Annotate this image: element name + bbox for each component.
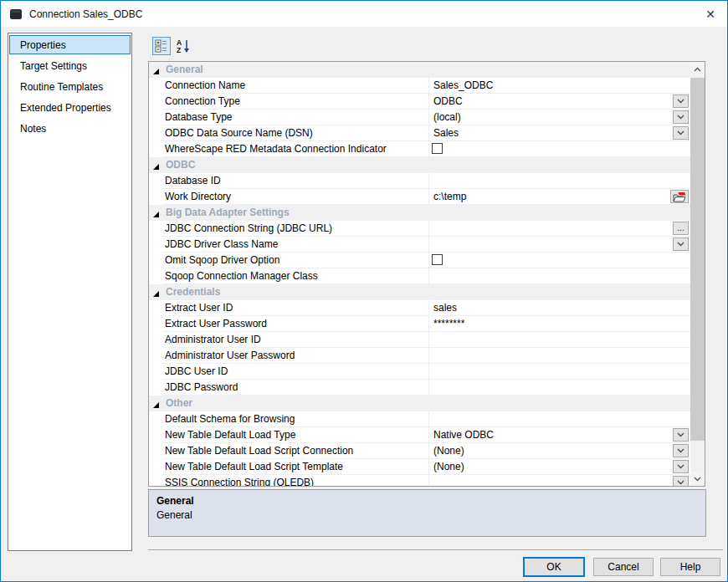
property-row-database-type[interactable]: Database Type(local) bbox=[149, 110, 690, 125]
property-label: Database Type bbox=[165, 110, 233, 125]
property-row-new-table-default-load-script-connection[interactable]: New Table Default Load Script Connection… bbox=[149, 443, 690, 459]
property-value[interactable]: Sales bbox=[433, 125, 459, 141]
alphabetical-sort-button[interactable]: A Z bbox=[174, 37, 192, 55]
help-button[interactable]: Help bbox=[660, 558, 720, 576]
categorized-icon bbox=[155, 39, 168, 53]
sidebar-item-routine-templates[interactable]: Routine Templates bbox=[9, 77, 131, 96]
omit-sqoop-driver-option-checkbox[interactable] bbox=[432, 254, 443, 265]
sidebar-item-properties[interactable]: Properties bbox=[9, 35, 131, 54]
property-grid: GeneralConnection NameSales_ODBCConnecti… bbox=[148, 61, 705, 487]
property-value[interactable]: ******** bbox=[433, 316, 464, 332]
property-row-connection-type[interactable]: Connection TypeODBC bbox=[149, 94, 690, 110]
section-header-general[interactable]: General bbox=[149, 62, 690, 78]
property-value[interactable]: c:\temp bbox=[433, 189, 466, 205]
property-value[interactable]: (local) bbox=[433, 110, 461, 125]
separator-line bbox=[148, 549, 723, 550]
property-label: New Table Default Load Type bbox=[165, 427, 295, 443]
section-expanded-triangle-icon bbox=[152, 401, 160, 409]
property-row-odbc-data-source-name-dsn[interactable]: ODBC Data Source Name (DSN)Sales bbox=[149, 125, 690, 141]
property-row-jdbc-password[interactable]: JDBC Password bbox=[149, 380, 690, 396]
property-value[interactable]: ODBC bbox=[433, 94, 463, 110]
work-directory-browse-button[interactable] bbox=[670, 190, 689, 203]
property-row-omit-sqoop-driver-option[interactable]: Omit Sqoop Driver Option bbox=[149, 253, 690, 268]
alphabetical-sort-icon: A Z bbox=[176, 38, 191, 54]
new-table-default-load-type-dropdown-button[interactable] bbox=[673, 428, 689, 442]
connection-type-dropdown-button[interactable] bbox=[673, 94, 689, 108]
property-row-wherescape-red-metadata-connection-indicator[interactable]: WhereScape RED Metadata Connection Indic… bbox=[149, 141, 690, 157]
property-label: Database ID bbox=[165, 173, 221, 189]
new-table-default-load-script-connection-dropdown-button[interactable] bbox=[673, 444, 689, 457]
chevron-up-icon bbox=[694, 67, 701, 72]
chevron-down-icon bbox=[694, 477, 701, 482]
property-row-connection-name[interactable]: Connection NameSales_ODBC bbox=[149, 78, 690, 94]
property-row-new-table-default-load-script-template[interactable]: New Table Default Load Script Template(N… bbox=[149, 459, 690, 475]
property-row-extract-user-id[interactable]: Extract User IDsales bbox=[149, 300, 690, 316]
property-row-jdbc-driver-class-name[interactable]: JDBC Driver Class Name bbox=[149, 237, 690, 253]
jdbc-driver-class-name-dropdown-button[interactable] bbox=[673, 237, 689, 251]
property-row-ssis-connection-string-oledb[interactable]: SSIS Connection String (OLEDB) bbox=[149, 475, 690, 486]
wherescape-red-metadata-connection-indicator-checkbox[interactable] bbox=[432, 143, 443, 154]
section-header-other[interactable]: Other bbox=[149, 396, 690, 411]
section-title: Other bbox=[166, 396, 192, 411]
section-header-odbc[interactable]: ODBC bbox=[149, 157, 690, 173]
property-label: SSIS Connection String (OLEDB) bbox=[165, 475, 314, 486]
open-folder-icon bbox=[673, 191, 686, 202]
collapse-toggle[interactable] bbox=[152, 209, 160, 221]
property-row-work-directory[interactable]: Work Directoryc:\temp bbox=[149, 189, 690, 205]
new-table-default-load-script-template-dropdown-button[interactable] bbox=[673, 460, 689, 473]
property-row-jdbc-connection-string-jdbc-url[interactable]: JDBC Connection String (JDBC URL)... bbox=[149, 221, 690, 237]
scroll-up-button[interactable] bbox=[690, 62, 705, 76]
column-divider bbox=[428, 411, 429, 427]
vertical-scrollbar[interactable] bbox=[690, 62, 705, 486]
sidebar-item-extended-properties[interactable]: Extended Properties bbox=[9, 98, 131, 117]
property-label: Work Directory bbox=[165, 189, 231, 205]
collapse-toggle[interactable] bbox=[152, 161, 160, 173]
property-value[interactable]: sales bbox=[433, 300, 457, 316]
close-button[interactable]: ✕ bbox=[694, 1, 727, 27]
ssis-connection-string-oledb-dropdown-button[interactable] bbox=[673, 476, 689, 486]
property-row-administrator-user-id[interactable]: Administrator User ID bbox=[149, 332, 690, 348]
property-row-new-table-default-load-type[interactable]: New Table Default Load TypeNative ODBC bbox=[149, 427, 690, 443]
section-header-credentials[interactable]: Credentials bbox=[149, 284, 690, 300]
ok-button[interactable]: OK bbox=[523, 557, 585, 577]
categorized-view-button[interactable] bbox=[152, 37, 171, 55]
property-label: JDBC Connection String (JDBC URL) bbox=[165, 221, 332, 237]
chevron-down-icon bbox=[677, 115, 684, 120]
property-row-database-id[interactable]: Database ID bbox=[149, 173, 690, 189]
odbc-data-source-name-dsn-dropdown-button[interactable] bbox=[673, 126, 689, 140]
section-title: Big Data Adapter Settings bbox=[166, 205, 290, 221]
property-row-extract-user-password[interactable]: Extract User Password******** bbox=[149, 316, 690, 332]
property-label: New Table Default Load Script Connection bbox=[165, 443, 353, 459]
property-value[interactable]: Sales_ODBC bbox=[433, 78, 493, 94]
column-divider bbox=[428, 268, 429, 284]
chevron-down-icon bbox=[677, 448, 684, 453]
cancel-button[interactable]: Cancel bbox=[593, 558, 654, 576]
collapse-toggle[interactable] bbox=[152, 66, 160, 78]
column-divider bbox=[428, 125, 429, 141]
collapse-toggle[interactable] bbox=[152, 288, 160, 300]
property-row-jdbc-user-id[interactable]: JDBC User ID bbox=[149, 364, 690, 380]
section-expanded-triangle-icon bbox=[152, 68, 160, 75]
sidebar-item-target-settings[interactable]: Target Settings bbox=[9, 56, 131, 75]
property-row-sqoop-connection-manager-class[interactable]: Sqoop Connection Manager Class bbox=[149, 268, 690, 284]
scroll-down-button[interactable] bbox=[690, 472, 705, 486]
chevron-down-icon bbox=[677, 99, 684, 104]
property-row-administrator-user-password[interactable]: Administrator User Password bbox=[149, 348, 690, 364]
database-type-dropdown-button[interactable] bbox=[673, 110, 689, 124]
section-header-big-data-adapter-settings[interactable]: Big Data Adapter Settings bbox=[149, 205, 690, 221]
property-value[interactable]: Native ODBC bbox=[433, 427, 494, 443]
collapse-toggle[interactable] bbox=[152, 400, 160, 411]
connection-app-icon bbox=[9, 8, 23, 21]
section-expanded-triangle-icon bbox=[152, 211, 160, 218]
sidebar-item-notes[interactable]: Notes bbox=[9, 119, 131, 138]
property-label: Sqoop Connection Manager Class bbox=[165, 268, 318, 284]
property-row-default-schema-for-browsing[interactable]: Default Schema for Browsing bbox=[149, 411, 690, 427]
column-divider bbox=[428, 237, 429, 253]
svg-text:Z: Z bbox=[177, 46, 181, 54]
property-value[interactable]: (None) bbox=[433, 443, 464, 459]
window-title: Connection Sales_ODBC bbox=[29, 8, 142, 20]
jdbc-connection-string-jdbc-url-ellipsis-button[interactable]: ... bbox=[673, 222, 689, 235]
property-value[interactable]: (None) bbox=[433, 459, 464, 475]
scrollbar-thumb[interactable] bbox=[690, 78, 705, 441]
column-divider bbox=[428, 189, 429, 205]
